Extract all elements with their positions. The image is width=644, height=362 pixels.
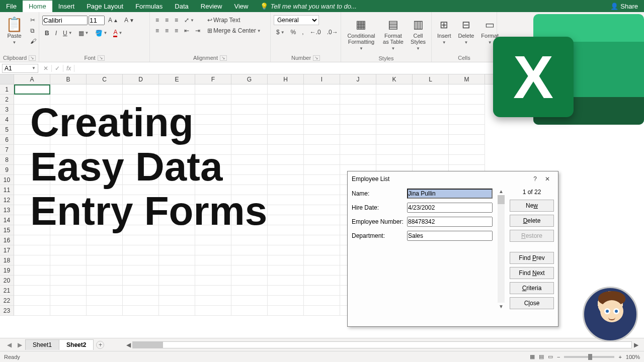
font-color-button[interactable]: A▼: [111, 27, 125, 39]
orientation-button[interactable]: ⤢▼: [182, 15, 197, 25]
row-header-19[interactable]: 19: [0, 265, 14, 276]
cell-A20[interactable]: [14, 276, 50, 286]
cell-I11[interactable]: [304, 185, 340, 195]
cell-F20[interactable]: [195, 276, 231, 286]
cell-E13[interactable]: [159, 205, 195, 215]
cell-C5[interactable]: [87, 125, 123, 135]
cell-H10[interactable]: [268, 175, 304, 185]
cell-E5[interactable]: [159, 125, 195, 135]
cell-C15[interactable]: [87, 225, 123, 235]
col-header-A[interactable]: A: [14, 74, 50, 84]
cell-M6[interactable]: [449, 135, 485, 145]
cell-E6[interactable]: [159, 135, 195, 145]
scroll-thumb[interactable]: [133, 342, 163, 348]
cell-G22[interactable]: [231, 296, 268, 306]
cell-B11[interactable]: [50, 185, 87, 195]
row-header-20[interactable]: 20: [0, 276, 14, 286]
cell-A15[interactable]: [14, 225, 50, 235]
cell-E4[interactable]: [159, 115, 195, 125]
increase-decimal-button[interactable]: ←.0: [307, 27, 324, 37]
cell-B9[interactable]: [50, 165, 87, 175]
cell-B16[interactable]: [50, 235, 87, 245]
cell-F23[interactable]: [195, 306, 231, 316]
new-record-button[interactable]: New: [510, 200, 554, 212]
scroll-down-icon[interactable]: ▼: [499, 304, 504, 309]
cell-J3[interactable]: [340, 105, 376, 115]
decrease-font-button[interactable]: A▼: [122, 15, 137, 25]
cell-M1[interactable]: [449, 84, 485, 95]
cell-C9[interactable]: [87, 165, 123, 175]
format-as-table-button[interactable]: ▤Format as Table▼: [380, 15, 406, 54]
cell-C4[interactable]: [87, 115, 123, 125]
wrap-text-button[interactable]: ↩Wrap Text: [205, 15, 264, 25]
cell-G20[interactable]: [231, 276, 268, 286]
cell-G19[interactable]: [231, 265, 268, 276]
sheet-nav-prev[interactable]: ◀: [4, 341, 15, 348]
cell-M5[interactable]: [449, 125, 485, 135]
cell-H20[interactable]: [268, 276, 304, 286]
cell-L1[interactable]: [413, 84, 449, 95]
cell-C7[interactable]: [87, 145, 123, 155]
cell-H11[interactable]: [268, 185, 304, 195]
cell-G9[interactable]: [231, 165, 268, 175]
cell-M8[interactable]: [449, 155, 485, 165]
cell-L4[interactable]: [413, 115, 449, 125]
cell-E20[interactable]: [159, 276, 195, 286]
cell-I12[interactable]: [304, 195, 340, 205]
cell-J7[interactable]: [340, 145, 376, 155]
cell-H4[interactable]: [268, 115, 304, 125]
cell-I6[interactable]: [304, 135, 340, 145]
currency-button[interactable]: $▼: [274, 27, 287, 37]
cell-E21[interactable]: [159, 286, 195, 296]
col-header-C[interactable]: C: [87, 74, 123, 84]
cell-C16[interactable]: [87, 235, 123, 245]
cell-F16[interactable]: [195, 235, 231, 245]
cell-E7[interactable]: [159, 145, 195, 155]
cell-F22[interactable]: [195, 296, 231, 306]
cell-D23[interactable]: [123, 306, 159, 316]
cell-J4[interactable]: [340, 115, 376, 125]
cell-A18[interactable]: [14, 255, 50, 265]
cell-A13[interactable]: [14, 205, 50, 215]
cell-B17[interactable]: [50, 245, 87, 255]
cell-E9[interactable]: [159, 165, 195, 175]
cell-J6[interactable]: [340, 135, 376, 145]
scroll-track[interactable]: [132, 341, 632, 348]
cell-I20[interactable]: [304, 276, 340, 286]
row-header-11[interactable]: 11: [0, 185, 14, 195]
row-header-3[interactable]: 3: [0, 105, 14, 115]
cell-M4[interactable]: [449, 115, 485, 125]
cell-C8[interactable]: [87, 155, 123, 165]
cell-B5[interactable]: [50, 125, 87, 135]
cell-I5[interactable]: [304, 125, 340, 135]
cell-A11[interactable]: [14, 185, 50, 195]
row-header-23[interactable]: 23: [0, 306, 14, 316]
cell-M7[interactable]: [449, 145, 485, 155]
comma-button[interactable]: ,: [299, 27, 306, 37]
cell-E15[interactable]: [159, 225, 195, 235]
cell-G18[interactable]: [231, 255, 268, 265]
cell-C3[interactable]: [87, 105, 123, 115]
scroll-left-icon[interactable]: ◀: [124, 341, 132, 348]
field-input-emp[interactable]: [407, 217, 493, 227]
sheet-tab-sheet1[interactable]: Sheet1: [25, 339, 59, 350]
row-header-4[interactable]: 4: [0, 115, 14, 125]
cell-L2[interactable]: [413, 95, 449, 105]
increase-indent-button[interactable]: ⇥: [193, 26, 203, 36]
cell-C14[interactable]: [87, 215, 123, 225]
field-input-dept[interactable]: [407, 231, 493, 241]
cell-B4[interactable]: [50, 115, 87, 125]
cell-K8[interactable]: [376, 155, 413, 165]
cell-C18[interactable]: [87, 255, 123, 265]
cell-D8[interactable]: [123, 155, 159, 165]
cell-E3[interactable]: [159, 105, 195, 115]
row-header-6[interactable]: 6: [0, 135, 14, 145]
tab-insert[interactable]: Insert: [52, 1, 81, 12]
cell-C17[interactable]: [87, 245, 123, 255]
cell-F14[interactable]: [195, 215, 231, 225]
cell-B3[interactable]: [50, 105, 87, 115]
cell-A12[interactable]: [14, 195, 50, 205]
cell-D18[interactable]: [123, 255, 159, 265]
cell-E22[interactable]: [159, 296, 195, 306]
cell-L6[interactable]: [413, 135, 449, 145]
